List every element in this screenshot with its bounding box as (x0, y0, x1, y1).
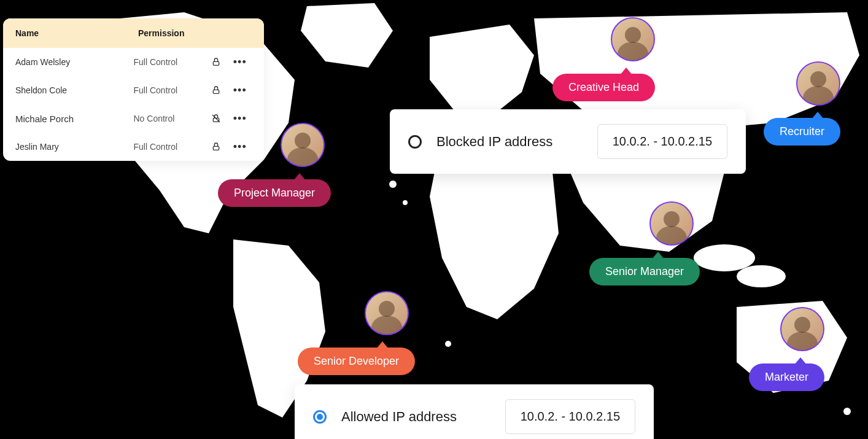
role-badge: Creative Head (552, 74, 655, 101)
avatar (649, 201, 694, 246)
avatar (281, 123, 325, 167)
more-menu-button[interactable]: ••• (228, 56, 252, 68)
svg-rect-7 (214, 90, 219, 93)
allowed-ip-radio[interactable] (313, 410, 327, 424)
role-badge: Senior Manager (589, 258, 700, 286)
lock-icon[interactable] (204, 57, 228, 67)
role-badge: Recruiter (764, 118, 840, 146)
permissions-table: Name Permission Adam Welsley Full Contro… (3, 18, 264, 161)
svg-point-3 (403, 200, 408, 205)
permissions-header: Name Permission (3, 18, 264, 48)
svg-point-5 (843, 408, 851, 415)
person-recruiter[interactable]: Recruiter (764, 61, 840, 146)
svg-point-0 (694, 244, 755, 271)
user-permission: No Control (134, 114, 205, 123)
user-name: Sheldon Cole (15, 85, 134, 95)
blocked-ip-radio[interactable] (408, 135, 422, 149)
blocked-ip-card: Blocked IP address 10.0.2. - 10.0.2.15 (390, 109, 746, 174)
column-header-name: Name (15, 28, 138, 38)
role-badge: Marketer (749, 363, 824, 391)
user-name: Adam Welsley (15, 57, 134, 67)
avatar (611, 17, 655, 61)
user-permission: Full Control (134, 57, 205, 67)
avatar (796, 61, 840, 106)
blocked-ip-value[interactable]: 10.0.2. - 10.0.2.15 (597, 124, 727, 159)
avatar (780, 307, 824, 351)
person-senior-developer[interactable]: Senior Developer (298, 291, 415, 375)
svg-point-2 (389, 181, 397, 188)
svg-rect-10 (214, 146, 219, 150)
table-row[interactable]: Sheldon Cole Full Control ••• (3, 76, 264, 104)
table-row[interactable]: Jeslin Mary Full Control ••• (3, 133, 264, 161)
allowed-ip-label: Allowed IP address (341, 409, 490, 425)
allowed-ip-value[interactable]: 10.0.2. - 10.0.2.15 (505, 399, 635, 434)
role-badge: Project Manager (218, 179, 331, 207)
svg-rect-6 (214, 61, 219, 65)
more-menu-button[interactable]: ••• (228, 141, 252, 152)
table-row[interactable]: Adam Welsley Full Control ••• (3, 48, 264, 76)
unlock-icon[interactable] (204, 114, 228, 123)
person-creative-head[interactable]: Creative Head (552, 17, 655, 101)
allowed-ip-card: Allowed IP address 10.0.2. - 10.0.2.15 (295, 384, 654, 439)
role-badge: Senior Developer (298, 348, 415, 375)
table-row[interactable]: Michale Porch No Control ••• (3, 104, 264, 133)
svg-point-1 (737, 265, 786, 287)
person-senior-manager[interactable]: Senior Manager (589, 201, 700, 286)
column-header-permission: Permission (138, 28, 252, 38)
svg-point-4 (445, 341, 451, 347)
user-permission: Full Control (134, 85, 205, 95)
blocked-ip-label: Blocked IP address (436, 134, 583, 150)
user-permission: Full Control (134, 142, 205, 152)
user-name: Jeslin Mary (15, 142, 134, 152)
more-menu-button[interactable]: ••• (228, 85, 252, 96)
lock-icon[interactable] (204, 85, 228, 95)
user-name: Michale Porch (15, 114, 134, 124)
avatar (365, 291, 409, 335)
more-menu-button[interactable]: ••• (228, 113, 252, 124)
lock-icon[interactable] (204, 142, 228, 152)
person-marketer[interactable]: Marketer (749, 307, 824, 391)
